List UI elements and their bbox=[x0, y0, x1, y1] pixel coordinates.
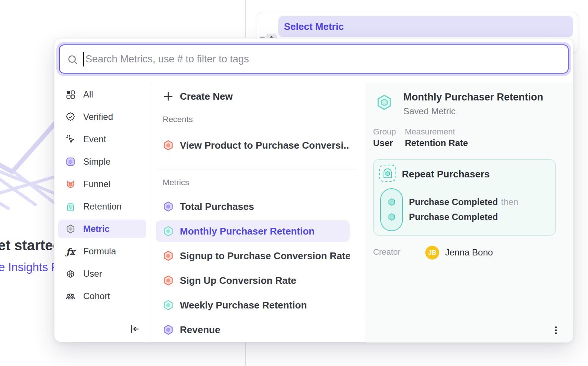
formula-fx-icon: ƒx bbox=[66, 246, 75, 256]
repeat-purchasers-retention-icon bbox=[379, 164, 397, 182]
sidebar-item-label: Cohort bbox=[83, 291, 110, 301]
event-hexagon-icon bbox=[387, 213, 396, 221]
select-metric-chip[interactable]: Select Metric bbox=[278, 16, 573, 37]
sidebar-item-formula[interactable]: ƒx Formula bbox=[58, 242, 146, 261]
event-hexagon-icon bbox=[387, 198, 396, 207]
metric-picker-modal: All Verified bbox=[54, 38, 573, 342]
creator-name: Jenna Bono bbox=[445, 247, 493, 258]
metric-item-label: Weekly Purchase Retention bbox=[180, 300, 307, 311]
step-connector: then bbox=[501, 197, 519, 207]
creator-avatar: JB bbox=[425, 246, 439, 260]
metric-hexagon-icon bbox=[66, 224, 75, 234]
definition-step-2: Purchase Completed bbox=[409, 211, 498, 223]
sidebar-item-verified[interactable]: Verified bbox=[58, 108, 146, 126]
create-new-button[interactable]: Create New bbox=[156, 87, 233, 106]
sidebar-item-metric[interactable]: Metric bbox=[58, 220, 146, 238]
group-field-value: User bbox=[373, 138, 393, 148]
create-new-label: Create New bbox=[180, 91, 233, 102]
user-cluster-icon bbox=[66, 269, 75, 279]
metric-item-label: Monthly Purchaser Retention bbox=[180, 226, 315, 237]
metric-item-signup-to-purchase-conversion-rate[interactable]: Signup to Purchase Conversion Rate bbox=[156, 246, 350, 265]
collapse-left-icon[interactable] bbox=[129, 323, 140, 335]
metric-definition-card: Repeat Purchasers Purchase Completed the… bbox=[373, 159, 556, 236]
sidebar-item-label: Formula bbox=[83, 246, 116, 257]
metric-list-column: Create New Recents View Product to Purch… bbox=[150, 83, 366, 342]
list-divider bbox=[156, 170, 357, 170]
metric-hexagon-icon bbox=[163, 250, 174, 261]
metric-item-monthly-purchaser-retention[interactable]: Monthly Purchaser Retention bbox=[156, 220, 350, 242]
metric-hexagon-icon bbox=[163, 226, 174, 237]
sidebar-item-cohort[interactable]: Cohort bbox=[58, 287, 146, 305]
cohort-people-icon bbox=[66, 291, 75, 301]
metric-item-weekly-purchase-retention[interactable]: Weekly Purchase Retention bbox=[156, 296, 350, 314]
metric-hexagon-icon bbox=[163, 324, 174, 335]
measurement-field-value: Retention Rate bbox=[405, 138, 468, 148]
sidebar-item-simple[interactable]: Simple bbox=[58, 152, 146, 171]
event-cursor-icon bbox=[66, 134, 75, 144]
definition-step-1: Purchase Completed then bbox=[409, 196, 518, 208]
details-title: Monthly Purchaser Retention bbox=[403, 92, 543, 103]
metric-item-label: Total Purchases bbox=[180, 201, 254, 213]
metric-item-label: View Product to Purchase Conversi... bbox=[180, 140, 350, 151]
sidebar-item-user[interactable]: User bbox=[58, 264, 146, 283]
metric-item-label: Signup to Purchase Conversion Rate bbox=[180, 250, 350, 262]
sidebar-item-retention[interactable]: Retention bbox=[58, 197, 146, 216]
sidebar-item-label: Funnel bbox=[83, 179, 110, 189]
funnel-metric-hexagon-icon bbox=[163, 140, 174, 151]
sidebar-item-label: User bbox=[83, 269, 102, 279]
details-type: Saved Metric bbox=[403, 106, 456, 117]
step-event-name: Purchase Completed bbox=[409, 212, 498, 222]
plus-icon bbox=[163, 91, 174, 102]
grid-icon bbox=[66, 90, 75, 99]
metrics-section-label: Metrics bbox=[163, 177, 189, 188]
kebab-menu-icon[interactable] bbox=[551, 326, 560, 335]
sidebar-item-label: All bbox=[83, 89, 93, 100]
step-event-name: Purchase Completed bbox=[409, 197, 498, 207]
metric-details-panel: Monthly Purchaser Retention Saved Metric… bbox=[366, 83, 573, 342]
sidebar-item-label: Retention bbox=[83, 201, 122, 212]
event-sequence-capsule bbox=[380, 188, 403, 231]
measurement-field-label: Measurement bbox=[405, 127, 455, 137]
picker-columns: All Verified bbox=[54, 83, 573, 342]
recent-metric-item[interactable]: View Product to Purchase Conversi... bbox=[156, 136, 350, 155]
sidebar-item-label: Verified bbox=[83, 112, 113, 122]
metric-item-label: Revenue bbox=[180, 324, 220, 336]
creator-label: Creator bbox=[373, 247, 400, 257]
group-field-label: Group bbox=[373, 127, 396, 137]
select-metric-label: Select Metric bbox=[284, 21, 344, 32]
retention-arch-icon bbox=[66, 202, 75, 211]
sidebar-item-event[interactable]: Event bbox=[58, 130, 146, 149]
saved-metric-hexagon-icon bbox=[376, 94, 393, 111]
metric-search-box bbox=[59, 44, 569, 74]
sidebar-item-label: Simple bbox=[83, 156, 110, 167]
definition-title: Repeat Purchasers bbox=[402, 168, 490, 180]
verified-badge-icon bbox=[66, 112, 75, 122]
sidebar-item-label: Metric bbox=[83, 224, 110, 234]
metric-hexagon-icon bbox=[163, 201, 174, 212]
decorative-chart-lines bbox=[0, 120, 62, 254]
details-footer bbox=[366, 315, 573, 342]
sidebar-item-funnel[interactable]: Funnel bbox=[58, 175, 146, 193]
search-input[interactable] bbox=[60, 45, 568, 73]
sidebar-footer bbox=[54, 315, 150, 342]
metric-hexagon-icon bbox=[163, 275, 174, 286]
type-filter-sidebar: All Verified bbox=[54, 83, 150, 342]
text-caret bbox=[83, 52, 84, 66]
app-background: et started. e Insights Re A Select Metri… bbox=[0, 0, 588, 366]
metric-item-revenue[interactable]: Revenue bbox=[156, 320, 350, 339]
simple-metric-icon bbox=[66, 157, 75, 167]
metric-item-sign-up-conversion-rate[interactable]: Sign Up Conversion Rate bbox=[156, 271, 350, 290]
metric-item-label: Sign Up Conversion Rate bbox=[180, 275, 296, 286]
recents-section-label: Recents bbox=[163, 114, 193, 125]
metric-item-total-purchases[interactable]: Total Purchases bbox=[156, 197, 350, 216]
sidebar-item-label: Event bbox=[83, 134, 106, 145]
sidebar-item-all[interactable]: All bbox=[58, 85, 146, 104]
funnel-icon bbox=[66, 179, 75, 189]
metric-hexagon-icon bbox=[163, 300, 174, 311]
